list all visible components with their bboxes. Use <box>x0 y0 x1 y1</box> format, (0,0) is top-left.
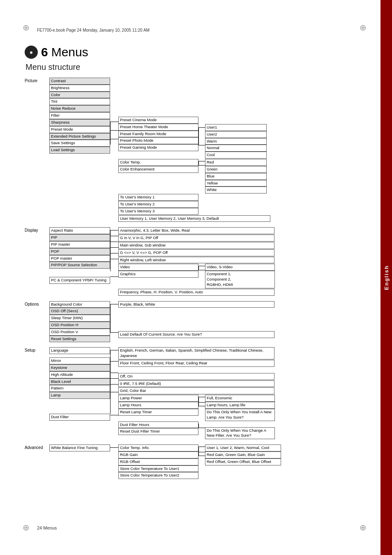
pipsource-col: Video Graphics <box>118 264 198 288</box>
chapter-icon: ● <box>25 46 38 59</box>
main-content: ● 6 Menus Menu structure Picture Contras… <box>25 45 374 480</box>
ct-val-green: Green <box>205 166 267 173</box>
lamp-power: Lamp Power <box>118 395 198 402</box>
lamp-col: Lamp Power Lamp Hours Reset Lamp Timer <box>118 395 198 421</box>
lamp-hours: Lamp Hours <box>118 402 198 409</box>
setup-lamp-spacer <box>49 399 110 414</box>
wb-values: User 1, User 2, Warm, Normal, Cool Red G… <box>205 444 281 479</box>
lamp-hours-values: Lamp hours, Lamp life <box>205 402 275 409</box>
lamp-reset: Reset Lamp Timer <box>118 409 198 416</box>
pipsource-connector <box>198 264 205 288</box>
setup-sub-spacer1 <box>118 367 374 373</box>
options-osd-v: OSD Position V <box>49 329 110 336</box>
picture-usermemory-row: To User's Memory 1 To User's Memory 2 To… <box>118 194 374 214</box>
options-reset-values: Load Default Of Current Source. Are You … <box>118 331 274 338</box>
setup-category: Setup <box>25 347 49 352</box>
section-title: Menu structure <box>25 62 374 72</box>
usermemory-col: To User's Memory 1 To User's Memory 2 To… <box>118 194 198 214</box>
sidebar-label: English <box>383 265 390 290</box>
display-pc-values: Frequency, Phase, H. Position, V. Positi… <box>118 289 274 296</box>
picture-item-extended: Extended Picture Settings <box>49 133 110 140</box>
advanced-wb: White Balance Fine Tuning <box>49 444 110 451</box>
wb-connector <box>198 444 205 479</box>
sidebar: English <box>380 0 392 555</box>
display-pc: PC & Component YPbPr Tuning <box>49 277 110 284</box>
picture-category: Picture <box>25 78 49 83</box>
ct-val-white: White <box>205 187 267 193</box>
setup-keystone: Keystone <box>49 364 110 371</box>
picture-item-save: Save Settings <box>49 140 110 147</box>
setup-lamp-row: Lamp Power Lamp Hours Reset Lamp Timer F… <box>118 395 374 421</box>
lamp-power-values: Full, Economic <box>205 395 275 402</box>
file-info: FE7700-e.book Page 24 Monday, January 10… <box>37 28 150 32</box>
options-subitems: Purple, Black, White Load Default Of Cur… <box>118 301 374 339</box>
options-bg-color: Background Color <box>49 301 110 308</box>
wb-rgb-gain: RGB Gain <box>118 451 198 458</box>
user-memory-values: User Memory 1, User Memory 2, User Memor… <box>118 215 270 222</box>
wb-rgb-offset: RGB Offset <box>118 458 198 465</box>
setup-mirror: Mirror <box>49 357 110 364</box>
setup-lamp: Lamp <box>49 392 110 399</box>
picture-subitems: Preset Cinema Mode Preset Home Theater M… <box>118 78 374 222</box>
picture-items: Contrast Brightness Color Tint Noise Red… <box>49 78 110 154</box>
setup-black-level: Black Level <box>49 378 110 385</box>
display-aspect-values: Anamorphic, 4:3, Letter Box, Wide, Real <box>118 227 274 234</box>
advanced-category: Advanced <box>25 444 49 450</box>
spacer-2 <box>25 297 374 301</box>
preset-home: Preset Home Theater Mode <box>118 124 198 131</box>
advanced-subitems: Color Temp. Info. RGB Gain RGB Offset St… <box>118 444 374 479</box>
wb-col: Color Temp. Info. RGB Gain RGB Offset St… <box>118 444 198 479</box>
setup-connectors <box>110 347 118 440</box>
preset-values-col: User1 User2 Warm Normal Cool <box>205 117 267 159</box>
display-section: Display Aspect Ratio PIP PIP master POP … <box>25 227 374 296</box>
options-category: Options <box>25 301 49 306</box>
display-spacer <box>49 269 110 277</box>
options-reset: Reset Settings <box>49 336 110 343</box>
options-section: Options Background Color OSD Off (Secs) … <box>25 301 374 343</box>
display-pip-master: PIP master <box>49 241 110 248</box>
chapter-icon-symbol: ● <box>30 49 33 55</box>
dust-connector <box>198 421 205 440</box>
dust-values: Do This Only When You Change A New Filte… <box>205 427 275 440</box>
wb-store-user2: Store Color Temperature To User2 <box>118 472 198 479</box>
preset-val-cool: Cool <box>205 152 267 159</box>
pipsource-video-values: Video, S-Video <box>205 264 275 271</box>
options-items: Background Color OSD Off (Secs) Sleep Ti… <box>49 301 110 343</box>
picture-item-color: Color <box>49 92 110 99</box>
color-enhancement: Color Enhancement <box>118 166 198 173</box>
dust-col: Dust Filter Hours Reset Dust Filter Time… <box>118 421 198 440</box>
advanced-connectors <box>110 444 118 479</box>
menu-structure: Picture Contrast Brightness Color Tint N… <box>25 78 374 479</box>
setup-high-alt-values: Off, On <box>118 373 274 380</box>
display-items: Aspect Ratio PIP PIP master POP POP mast… <box>49 227 110 284</box>
setup-black-level-values: 0 IRE, 7.5 IRE (Default) <box>118 380 274 387</box>
chapter-number: 6 <box>41 45 48 59</box>
reg-mark-tl <box>23 23 32 32</box>
display-pipsource-row: Video Graphics Video, S-Video Component … <box>118 264 374 288</box>
display-connectors <box>110 227 118 296</box>
lamp-values: Full, Economic Lamp hours, Lamp life Do … <box>205 395 275 421</box>
spacer-4 <box>25 440 374 444</box>
display-pop-values: G <=> V, V <=> G, POP Off <box>118 249 274 256</box>
lamp-connector <box>198 395 205 421</box>
display-pop: POP <box>49 248 110 255</box>
reg-mark-br <box>360 523 369 532</box>
picture-item-contrast: Contrast <box>49 78 110 85</box>
dust-reset-values: Do This Only When You Change A New Filte… <box>205 427 275 440</box>
wb-colortemp-values: User 1, User 2, Warm, Normal, Cool <box>205 444 281 451</box>
preset-gaming: Preset Gaming Mode <box>118 144 198 151</box>
preset-val-user2: User2 <box>205 131 267 138</box>
user-mem-1: To User's Memory 1 <box>118 194 198 201</box>
display-pip-pop: PIP/POP Source Selection <box>49 262 110 269</box>
picture-preset-row: Preset Cinema Mode Preset Home Theater M… <box>118 117 374 159</box>
display-category: Display <box>25 227 49 233</box>
dust-hours: Dust Filter Hours <box>118 421 198 428</box>
pipsource-video: Video <box>118 264 198 271</box>
display-pip-values: G in V, V in G, PIP Off <box>118 235 274 242</box>
picture-item-tint: Tint <box>49 98 110 105</box>
pipsource-values: Video, S-Video Component 1,Component 2,R… <box>205 264 275 288</box>
display-pip: PIP <box>49 234 110 241</box>
spacer-1 <box>25 223 374 227</box>
setup-pattern-values: Grid, Color Bar <box>118 387 274 394</box>
options-spacer <box>118 308 374 331</box>
